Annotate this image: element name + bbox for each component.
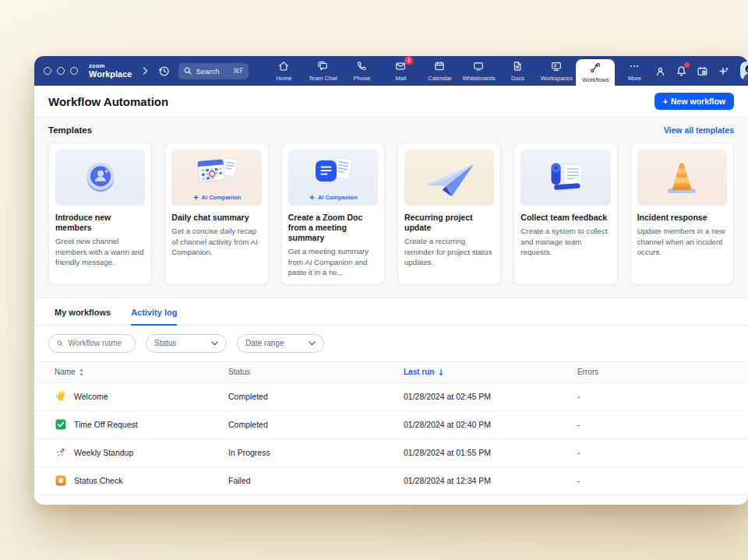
schedule-icon[interactable] [696,65,709,78]
card-title: Introduce new members [55,213,145,233]
nav-mail[interactable]: 1 Mail [381,56,420,86]
date-range-filter-dropdown[interactable]: Date range [237,334,324,353]
docs-icon [511,60,524,72]
table-row[interactable]: Welcome Completed 01/28/2024 at 02:45 PM… [34,383,748,411]
main-nav: Home Team Chat Phone 1 Mail [264,56,654,86]
window-maximize-icon[interactable] [70,67,78,75]
last-run-time: 01/28/2024 at 02:45 PM [397,392,571,401]
column-last-run[interactable]: Last run ↓ [397,368,571,377]
column-status[interactable]: Status [222,368,397,376]
feedback-scroll-illustration [520,150,610,206]
phone-icon [355,60,368,72]
card-description: Update members in a new channel when an … [637,226,727,257]
contacts-icon[interactable] [654,65,667,78]
template-card-collect-team-feedback[interactable]: Collect team feedback Create a system to… [513,143,617,285]
column-name[interactable]: Name [48,368,222,376]
last-run-time: 01/28/2024 at 12:05 PM [397,504,571,505]
notifications-bell-icon[interactable] [675,65,688,78]
filter-bar: Status Date range [34,326,748,361]
card-description: Create a recurring reminder for project … [404,236,494,267]
templates-section: Templates View all templates [34,117,748,298]
ai-companion-badge: AI Companion [171,194,261,201]
search-shortcut: ⌘F [233,67,243,75]
search-placeholder: Search [196,67,219,76]
nav-phone[interactable]: Phone [342,56,381,86]
table-row[interactable]: Weekly Standup Timed out 01/28/2024 at 1… [34,495,748,505]
nav-more[interactable]: More [615,56,654,86]
zoom-workplace-logo: zoom Workplace [89,63,132,79]
page-header: Workflow Automation + New workflow [34,86,748,117]
card-title: Incident response [637,213,727,223]
nav-workspaces[interactable]: Workspaces [537,56,576,86]
ai-companion-icon[interactable] [717,65,730,78]
home-icon [277,60,290,72]
paper-plane-illustration [404,150,494,206]
window-close-icon[interactable] [44,67,51,75]
templates-heading: Templates [48,125,92,135]
history-icon[interactable] [157,65,171,78]
traffic-cone-illustration [637,150,727,206]
status-filter-dropdown[interactable]: Status [146,334,227,353]
template-card-zoom-doc-from-meeting-summary[interactable]: AI Companion Create a Zoom Doc from a me… [281,143,385,285]
card-description: Greet new channel members with a warm an… [55,236,145,267]
card-description: Create a system to collect and manage te… [520,226,610,257]
rocket-icon [55,446,67,459]
column-errors[interactable]: Errors [571,368,734,376]
new-workflow-button[interactable]: + New workflow [654,93,734,110]
template-card-daily-chat-summary[interactable]: AI Companion Daily chat summary Get a co… [164,143,268,285]
window-controls[interactable] [44,67,78,75]
card-title: Create a Zoom Doc from a meeting summary [288,213,378,243]
burst-icon [55,474,67,487]
table-row[interactable]: Time Off Request Completed 01/28/2024 at… [34,411,748,439]
whiteboards-icon [472,60,485,72]
nav-home[interactable]: Home [264,56,303,86]
sort-icon [79,368,84,376]
workflow-tabs: My workflows Activity log [34,298,748,326]
mail-badge: 1 [404,56,413,65]
sort-desc-icon: ↓ [437,368,444,377]
table-row[interactable]: Weekly Standup In Progress 01/28/2024 at… [34,439,748,467]
topbar: zoom Workplace Search ⌘F [34,56,748,86]
avatar[interactable] [740,62,748,80]
workflow-name: Weekly Standup [74,448,133,457]
errors-value: - [571,504,734,505]
nav-docs[interactable]: Docs [498,56,537,86]
chevron-right-icon[interactable] [143,67,148,75]
tab-my-workflows[interactable]: My workflows [55,308,111,325]
global-search-input[interactable]: Search ⌘F [178,63,249,79]
rocket-icon [55,502,67,505]
template-card-recurring-project-update[interactable]: Recurring project update Create a recurr… [397,143,501,285]
workflow-name-input[interactable] [68,339,127,347]
ai-companion-badge: AI Companion [288,194,378,201]
doc-illustration: AI Companion [288,150,378,206]
last-run-time: 01/28/2024 at 02:40 PM [397,420,571,429]
chevron-down-icon [309,341,316,346]
tab-activity-log[interactable]: Activity log [131,308,177,326]
workflow-status: In Progress [222,448,397,457]
activity-log-table: Name Status Last run ↓ Errors Welcome Co… [34,361,748,505]
nav-whiteboards[interactable]: Whiteboards [459,56,498,86]
wave-icon [55,390,67,403]
workflow-status: Failed [222,476,397,485]
workflows-icon [589,62,602,74]
errors-value: - [571,476,734,485]
window-minimize-icon[interactable] [57,67,65,75]
table-row[interactable]: Status Check Failed 01/28/2024 at 12:34 … [34,467,748,495]
nav-team-chat[interactable]: Team Chat [303,56,342,86]
template-card-incident-response[interactable]: Incident response Update members in a ne… [630,143,734,285]
card-title: Recurring project update [404,213,494,233]
app-window: zoom Workplace Search ⌘F [34,56,748,505]
notification-dot [684,62,690,68]
workflow-status: Completed [222,392,397,401]
calendar-icon [433,60,446,72]
view-all-templates-link[interactable]: View all templates [664,125,734,135]
workflow-name-filter[interactable] [48,334,136,353]
last-run-time: 01/28/2024 at 01:55 PM [397,448,571,457]
workflow-name: Status Check [74,476,122,485]
table-header: Name Status Last run ↓ Errors [34,361,748,383]
template-card-introduce-new-members[interactable]: Introduce new members Greet new channel … [48,143,152,285]
nav-calendar[interactable]: Calendar [420,56,459,86]
mail-icon: 1 [394,60,407,72]
nav-workflows[interactable]: Workflows [576,59,615,86]
page-title: Workflow Automation [48,95,168,108]
